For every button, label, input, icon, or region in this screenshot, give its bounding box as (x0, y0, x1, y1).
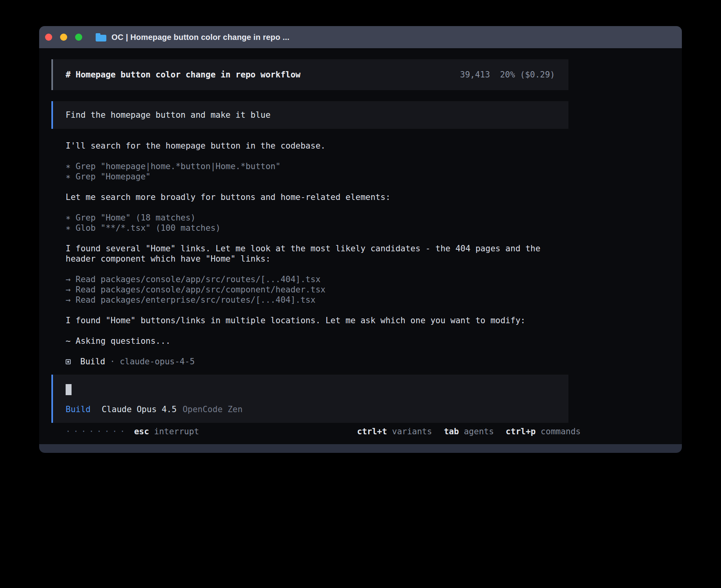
assistant-text: I found "Home" buttons/links in multiple… (66, 315, 568, 326)
minimize-button[interactable] (60, 34, 67, 41)
session-stats: 39,413 20% ($0.29) (460, 70, 555, 79)
transcript: I'll search for the homepage button in t… (51, 141, 568, 367)
agent-model: claude-opus-4-5 (120, 356, 195, 367)
tool-call-read: → Read packages/enterprise/src/routes/[.… (66, 295, 568, 305)
terminal-window: OC | Homepage button color change in rep… (39, 26, 682, 453)
agent-icon (66, 359, 71, 364)
spinner-dots: ········ (66, 426, 128, 437)
assistant-text: Let me search more broadly for buttons a… (66, 192, 568, 202)
session-header: # Homepage button color change in repo w… (51, 59, 568, 90)
text-cursor[interactable] (66, 384, 72, 395)
status-bar: ········ esc interrupt ctrl+t variants t… (51, 426, 581, 437)
status-asking-questions: ~ Asking questions... (66, 336, 568, 346)
tool-call-glob: ∗ Glob "**/*.tsx" (100 matches) (66, 223, 568, 233)
session-title: # Homepage button color change in repo w… (66, 70, 300, 79)
assistant-text: I'll search for the homepage button in t… (66, 141, 568, 151)
zoom-button[interactable] (75, 34, 82, 41)
model-name: Claude Opus 4.5 (102, 405, 177, 414)
agent-status-line: Build · claude-opus-4-5 (66, 356, 568, 367)
close-button[interactable] (45, 34, 52, 41)
titlebar: OC | Homepage button color change in rep… (39, 26, 682, 48)
user-message-text: Find the homepage button and make it blu… (66, 110, 270, 120)
user-message: Find the homepage button and make it blu… (51, 101, 568, 129)
prompt-input[interactable]: Build Claude Opus 4.5 OpenCode Zen (51, 375, 568, 423)
tool-call-read: → Read packages/console/app/src/routes/[… (66, 274, 568, 285)
provider-name: OpenCode Zen (183, 405, 243, 414)
window-title: OC | Homepage button color change in rep… (111, 33, 289, 42)
agent-separator: · (110, 356, 115, 367)
tool-call-read: → Read packages/console/app/src/componen… (66, 285, 568, 295)
shortcut-variants: ctrl+t variants (357, 426, 432, 437)
shortcut-agents: tab agents (444, 426, 494, 437)
folder-icon (96, 33, 106, 41)
terminal-content: # Homepage button color change in repo w… (39, 59, 568, 437)
mode-badge: Build (66, 405, 91, 414)
tool-call-grep: ∗ Grep "homepage|home.*button|Home.*butt… (66, 161, 568, 172)
window-bottom-edge (39, 444, 682, 453)
tool-call-grep: ∗ Grep "Home" (18 matches) (66, 213, 568, 223)
status-bar-left: ········ esc interrupt (66, 426, 199, 437)
input-mode-row: Build Claude Opus 4.5 OpenCode Zen (66, 405, 556, 414)
esc-hint: interrupt (149, 426, 199, 437)
tool-call-grep: ∗ Grep "Homepage" (66, 172, 568, 182)
shortcut-commands: ctrl+p commands (506, 426, 581, 437)
agent-name: Build (80, 356, 105, 367)
status-bar-right: ctrl+t variants tab agents ctrl+p comman… (357, 426, 581, 437)
esc-key: esc (134, 426, 149, 437)
assistant-text: I found several "Home" links. Let me loo… (66, 243, 568, 264)
